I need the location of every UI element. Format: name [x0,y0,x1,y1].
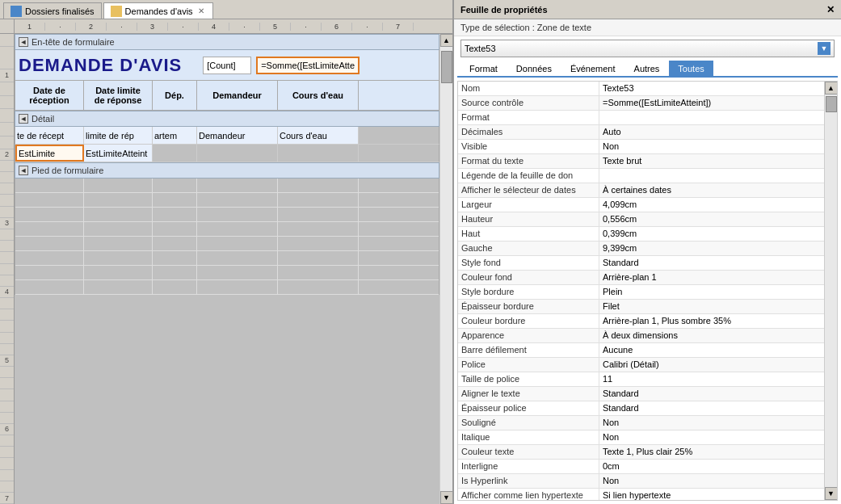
table-row: Légende de la feuille de don [458,169,824,183]
table-row: Couleur bordure Arrière-plan 1, Plus som… [458,314,824,329]
prop-label: Taille de police [458,372,599,386]
prop-label: Gauche [458,242,599,255]
prop-value[interactable]: 0,399cm [599,227,824,241]
tab-donnees[interactable]: Données [507,61,561,76]
props-scroll-down[interactable]: ▼ [825,487,838,500]
props-scroll-up[interactable]: ▲ [825,82,838,94]
form-design-area: 1 2 3 [0,34,452,504]
sum-field[interactable]: =Somme([EstLimiteAtte [256,57,360,74]
prop-value[interactable]: =Somme([EstLimiteAtteint]) [599,96,824,110]
prop-value[interactable]: 0,556cm [599,212,824,226]
prop-value[interactable]: Non [599,140,824,153]
scroll-up-btn[interactable]: ▲ [440,34,453,47]
prop-value[interactable] [599,169,824,183]
table-row: Couleur texte Texte 1, Plus clair 25% [458,445,824,460]
table-row: Police Calibri (Détail) [458,358,824,372]
detail-cell-estlimit1[interactable]: EstLimite [15,145,84,162]
detail-cell-empty2 [197,145,278,162]
prop-label: Couleur bordure [458,314,599,328]
prop-label: Haut [458,227,599,241]
prop-label: Visible [458,140,599,153]
prop-value[interactable]: Texte 1, Plus clair 25% [599,445,824,459]
prop-value[interactable]: Non [599,430,824,444]
prop-label: Couleur texte [458,445,599,459]
prop-value[interactable]: Aucune [599,343,824,357]
detail-cell-date-lim: limite de rép [84,127,153,144]
prop-value[interactable]: Standard [599,401,824,415]
tab-demandes[interactable]: Demandes d'avis ✕ [103,2,213,19]
col-header-date-limite: Date limitede réponse [84,81,153,110]
prop-value[interactable]: Si lien hypertexte [599,489,824,500]
detail-cell-empty3 [278,145,359,162]
prop-value[interactable]: Auto [599,125,824,139]
detail-toggle[interactable]: ◄ [19,114,28,124]
prop-value[interactable]: À deux dimensions [599,329,824,342]
prop-value[interactable] [599,111,824,124]
prop-label: Aligner le texte [458,387,599,401]
tab-toutes[interactable]: Toutes [669,61,713,76]
prop-value[interactable]: Non [599,474,824,488]
prop-value[interactable]: Arrière-plan 1, Plus sombre 35% [599,314,824,328]
prop-label: Format [458,111,599,124]
tab-evenement[interactable]: Événement [561,61,624,76]
table-row: Format du texte Texte brut [458,154,824,169]
prop-label: Largeur [458,198,599,212]
prop-value[interactable]: Non [599,416,824,430]
tab-autres[interactable]: Autres [625,61,669,76]
table-row: Couleur fond Arrière-plan 1 [458,271,824,285]
prop-value[interactable]: À certaines dates [599,183,824,197]
object-select-box[interactable]: Texte53 ▼ [460,40,835,57]
prop-label: Afficher comme lien hypertexte [458,489,599,500]
select-arrow-icon[interactable]: ▼ [818,42,830,55]
table-row: Souligné Non [458,416,824,430]
col-header-demandeur: Demandeur [197,81,278,110]
prop-value[interactable]: Standard [599,256,824,270]
form-title: DEMANDE D'AVIS [19,55,182,76]
tab-dossiers[interactable]: Dossiers finalisés [3,2,102,19]
prop-value[interactable]: 11 [599,372,824,386]
table-row: Épaisseur police Standard [458,401,824,416]
selection-type-label: Type de sélection : Zone de texte [454,19,841,36]
prop-value[interactable]: Texte53 [599,82,824,95]
properties-close-btn[interactable]: ✕ [826,4,835,15]
prop-value[interactable]: Filet [599,300,824,313]
count-field[interactable]: [Count] [203,57,251,74]
table-row: Format [458,111,824,125]
prop-value[interactable]: 9,399cm [599,242,824,255]
detail-cell-empty1 [153,145,197,162]
prop-value[interactable]: 0cm [599,460,824,473]
tab-format[interactable]: Format [460,61,507,76]
object-selector[interactable]: Texte53 ▼ [460,40,835,57]
detail-cell-cours: Cours d'eau [278,127,359,144]
section-toggle[interactable]: ◄ [19,37,28,47]
footer-toggle[interactable]: ◄ [19,166,28,175]
tab-bar: Dossiers finalisés Demandes d'avis ✕ [0,0,452,19]
table-row: Nom Texte53 [458,82,824,96]
table-row: Barre défilement Aucune [458,343,824,358]
prop-value[interactable]: Calibri (Détail) [599,358,824,372]
prop-value[interactable]: Arrière-plan 1 [599,271,824,284]
table-icon [11,6,22,17]
table-row: Afficher le sélecteur de dates À certain… [458,183,824,198]
prop-label: Source contrôle [458,96,599,110]
table-row: Taille de police 11 [458,372,824,387]
prop-value[interactable]: Plein [599,285,824,299]
prop-value[interactable]: Standard [599,387,824,401]
tab-close-icon[interactable]: ✕ [196,6,206,16]
property-tabs: Format Données Événement Autres Toutes [457,61,838,78]
footer-section-label: ◄ Pied de formulaire [15,162,439,178]
prop-label: Légende de la feuille de don [458,169,599,183]
prop-label: Couleur fond [458,271,599,284]
prop-label: Nom [458,82,599,95]
prop-value[interactable]: 4,099cm [599,198,824,212]
tab-demandes-label: Demandes d'avis [125,6,193,16]
table-row: Largeur 4,099cm [458,198,824,212]
table-row: Italique Non [458,430,824,445]
scroll-down-btn[interactable]: ▼ [440,491,453,504]
prop-label: Barre défilement [458,343,599,357]
table-row: Épaisseur bordure Filet [458,300,824,314]
table-row: Aligner le texte Standard [458,387,824,401]
prop-label: Format du texte [458,154,599,168]
prop-value[interactable]: Texte brut [599,154,824,168]
prop-label: Hauteur [458,212,599,226]
